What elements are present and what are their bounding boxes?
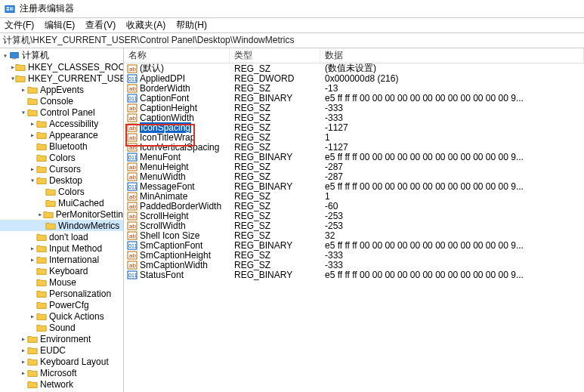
tree-item[interactable]: PowerCfg (0, 299, 123, 310)
column-type[interactable]: 类型 (230, 48, 320, 63)
value-name: IconVerticalSpacing (140, 142, 219, 153)
tree-item[interactable]: ▸Microsoft (0, 367, 123, 378)
tree-item-label: Keyboard Layout (40, 357, 109, 367)
tree-item[interactable]: ▸Input Method (0, 242, 123, 254)
value-list[interactable]: 名称 类型 数据 ab(默认)REG_SZ(数值未设置)011AppliedDP… (124, 48, 584, 392)
chevron-right-icon[interactable]: ▸ (29, 244, 36, 252)
tree-item[interactable]: ▸AppEvents (0, 84, 123, 95)
chevron-right-icon[interactable]: ▸ (20, 369, 27, 377)
svg-text:ab: ab (129, 223, 136, 230)
tree-item[interactable]: ▸Cursors (0, 163, 123, 174)
tree-item[interactable]: Network (0, 378, 123, 390)
value-row[interactable]: abCaptionHeightREG_SZ-333 (124, 103, 584, 113)
chevron-down-icon[interactable]: ▾ (20, 108, 27, 116)
tree-item[interactable]: Colors (0, 186, 123, 197)
chevron-right-icon[interactable]: ▸ (38, 210, 43, 218)
value-row[interactable]: abScrollWidthREG_SZ-253 (124, 221, 584, 230)
tree-item[interactable]: ▸Environment (0, 333, 123, 344)
tree-item[interactable]: Keyboard (0, 265, 123, 276)
value-data: -1127 (320, 122, 584, 133)
value-row[interactable]: 011StatusFontREG_BINARYe5 ff ff ff 00 00… (124, 270, 584, 279)
tree-item-label: Input Method (49, 243, 102, 254)
chevron-right-icon[interactable]: ▸ (29, 119, 36, 128)
value-type: REG_SZ (230, 63, 320, 74)
chevron-right-icon[interactable]: ▸ (29, 165, 36, 173)
tree-item[interactable]: ▸PerMonitorSettin (0, 208, 123, 220)
chevron-right-icon[interactable]: ▸ (29, 312, 36, 320)
tree-item[interactable]: Colors (0, 152, 123, 163)
value-name: MenuWidth (140, 171, 186, 182)
folder-icon (27, 346, 38, 355)
tree-item[interactable]: Sound (0, 322, 123, 333)
chevron-right-icon[interactable]: ▸ (20, 85, 27, 94)
value-data: 0x000000d8 (216) (320, 73, 584, 84)
value-row[interactable]: abCaptionWidthREG_SZ-333 (124, 113, 584, 122)
menu-file[interactable]: 文件(F) (5, 19, 34, 32)
column-data[interactable]: 数据 (320, 48, 584, 63)
tree-item[interactable]: MuiCached (0, 197, 123, 208)
tree-item[interactable]: ▸Keyboard Layout (0, 356, 123, 367)
value-row[interactable]: abMenuWidthREG_SZ-287 (124, 171, 584, 181)
value-row[interactable]: abSmCaptionHeightREG_SZ-333 (124, 250, 584, 260)
tree-item[interactable]: ▸International (0, 254, 123, 265)
menu-help[interactable]: 帮助(H) (176, 19, 207, 32)
tree-item[interactable]: ▸HKEY_CLASSES_ROOT (0, 61, 123, 73)
tree-item[interactable]: WindowMetrics (0, 220, 123, 231)
value-row[interactable]: abIconTitleWrapREG_SZ1 (124, 132, 584, 142)
tree-item[interactable]: ▸Quick Actions (0, 310, 123, 322)
tree-item[interactable]: ▸EUDC (0, 344, 123, 356)
value-row[interactable]: 011CaptionFontREG_BINARYe5 ff ff ff 00 0… (124, 93, 584, 103)
value-row[interactable]: abMenuHeightREG_SZ-287 (124, 162, 584, 171)
value-row[interactable]: abPaddedBorderWidthREG_SZ-60 (124, 201, 584, 211)
value-name-cell: abIconVerticalSpacing (124, 142, 230, 153)
chevron-right-icon[interactable]: ▸ (20, 346, 27, 354)
chevron-down-icon[interactable]: ▾ (29, 176, 36, 184)
tree-item[interactable]: don't load (0, 231, 123, 242)
folder-icon (27, 380, 38, 389)
folder-icon (45, 187, 56, 196)
tree-item-label: Mouse (49, 277, 76, 288)
value-row[interactable]: abShell Icon SizeREG_SZ32 (124, 230, 584, 240)
tree-item[interactable]: Bluetooth (0, 140, 123, 152)
value-row[interactable]: abBorderWidthREG_SZ-13 (124, 83, 584, 93)
value-row[interactable]: 011AppliedDPIREG_DWORD0x000000d8 (216) (124, 73, 584, 83)
tree-item[interactable]: Personalization (0, 288, 123, 299)
tree-item[interactable]: ▸Appearance (0, 129, 123, 140)
titlebar: 注册表编辑器 (0, 0, 584, 18)
tree-item[interactable]: Console (0, 95, 123, 106)
chevron-down-icon[interactable]: ▾ (2, 51, 9, 60)
value-row[interactable]: abMinAnimateREG_SZ1 (124, 191, 584, 201)
value-row[interactable]: abScrollHeightREG_SZ-253 (124, 211, 584, 221)
value-row[interactable]: 011SmCaptionFontREG_BINARYe5 ff ff ff 00… (124, 240, 584, 250)
value-name: MinAnimate (140, 191, 187, 202)
tree-item[interactable]: ▾Desktop (0, 174, 123, 186)
chevron-right-icon[interactable]: ▸ (20, 335, 27, 343)
value-row[interactable]: abIconVerticalSpacingREG_SZ-1127 (124, 142, 584, 152)
key-tree[interactable]: ▾计算机▸HKEY_CLASSES_ROOT▾HKEY_CURRENT_USER… (0, 48, 124, 392)
chevron-right-icon[interactable]: ▸ (29, 131, 36, 139)
value-row[interactable]: 011MenuFontREG_BINARYe5 ff ff ff 00 00 0… (124, 152, 584, 162)
value-row[interactable]: abIconSpacingREG_SZ-1127 (124, 122, 584, 132)
menu-favorites[interactable]: 收藏夹(A) (126, 19, 165, 32)
value-name: PaddedBorderWidth (140, 201, 221, 211)
value-row[interactable]: abSmCaptionWidthREG_SZ-333 (124, 260, 584, 270)
svg-text:ab: ab (129, 193, 136, 200)
menu-edit[interactable]: 编辑(E) (45, 19, 75, 32)
column-name[interactable]: 名称 (124, 48, 230, 63)
value-row[interactable]: ab(默认)REG_SZ(数值未设置) (124, 63, 584, 73)
value-row[interactable]: 011MessageFontREG_BINARYe5 ff ff ff 00 0… (124, 181, 584, 191)
menu-view[interactable]: 查看(V) (85, 19, 116, 32)
tree-item[interactable]: ▾Control Panel (0, 106, 123, 118)
tree-item[interactable]: ▾计算机 (0, 50, 123, 61)
tree-item[interactable]: ▸Accessibility (0, 118, 123, 129)
value-name: MessageFont (140, 181, 195, 192)
address-text: 计算机\HKEY_CURRENT_USER\Control Panel\Desk… (3, 34, 294, 47)
svg-text:ab: ab (129, 164, 136, 171)
value-data: 1 (320, 191, 584, 202)
tree-item[interactable]: Mouse (0, 276, 123, 288)
address-bar[interactable]: 计算机\HKEY_CURRENT_USER\Control Panel\Desk… (0, 33, 584, 48)
tree-item[interactable]: ▾HKEY_CURRENT_USER (0, 73, 123, 84)
chevron-right-icon[interactable]: ▸ (29, 255, 36, 264)
value-data: 32 (320, 230, 584, 241)
chevron-right-icon[interactable]: ▸ (20, 357, 27, 366)
